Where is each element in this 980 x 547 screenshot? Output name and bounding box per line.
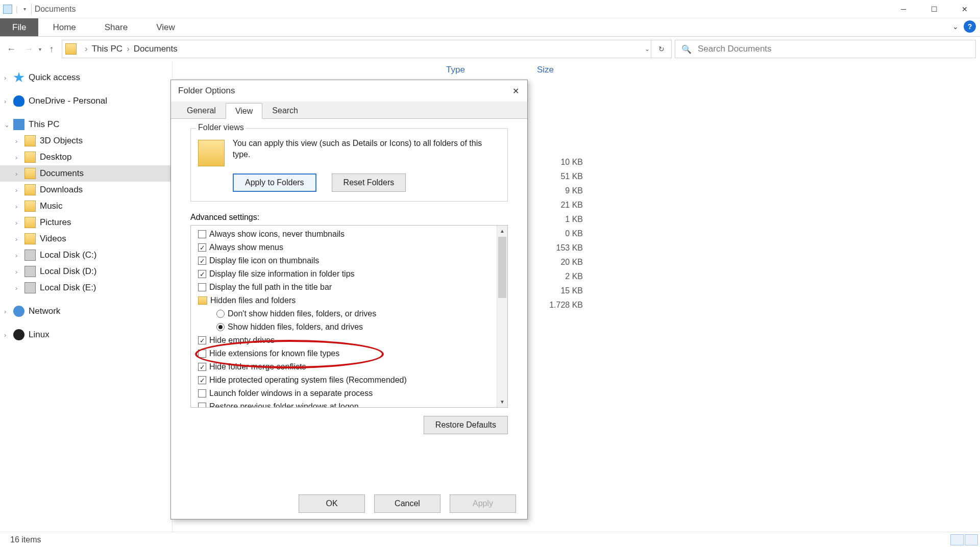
crumb-sep-icon[interactable]: › <box>122 44 134 54</box>
setting-radio[interactable]: Don't show hidden files, folders, or dri… <box>194 307 504 320</box>
address-dropdown-icon[interactable]: ⌄ <box>645 45 650 53</box>
nav-item-desktop[interactable]: ›Desktop <box>0 149 172 165</box>
advanced-settings-list[interactable]: Always show icons, never thumbnails✓Alwa… <box>190 225 508 408</box>
nav-item-documents[interactable]: ›Documents <box>0 165 172 182</box>
reset-folders-button[interactable]: Reset Folders <box>332 173 406 192</box>
setting-checkbox[interactable]: ✓Display file size information in folder… <box>194 267 504 281</box>
apply-to-folders-button[interactable]: Apply to Folders <box>233 173 316 192</box>
column-size[interactable]: Size <box>534 65 595 75</box>
forward-button[interactable]: → <box>21 42 36 56</box>
crumb-this-pc[interactable]: This PC <box>92 44 122 54</box>
checkbox-icon[interactable]: ✓ <box>198 336 206 344</box>
checkbox-icon[interactable]: ✓ <box>198 363 206 371</box>
recent-locations-icon[interactable]: ▾ <box>39 46 41 52</box>
address-bar[interactable]: › This PC › Documents ⌄ ↻ <box>62 40 672 58</box>
scroll-up-icon[interactable]: ▲ <box>497 226 507 236</box>
checkbox-icon[interactable]: ✓ <box>198 257 206 265</box>
nav-quick-access[interactable]: › Quick access <box>0 69 172 86</box>
file-tab[interactable]: File <box>0 18 38 36</box>
dialog-tab-view[interactable]: View <box>226 103 262 119</box>
app-icon[interactable] <box>3 5 12 14</box>
tab-share[interactable]: Share <box>90 18 142 36</box>
nav-this-pc[interactable]: ⌄ This PC <box>0 116 172 133</box>
maximize-button[interactable]: ☐ <box>919 0 949 18</box>
chevron-down-icon[interactable]: ⌄ <box>4 121 12 129</box>
nav-item-pictures[interactable]: ›Pictures <box>0 214 172 231</box>
checkbox-icon[interactable]: ✓ <box>198 243 206 252</box>
nav-linux[interactable]: › Linux <box>0 327 172 343</box>
apply-button[interactable]: Apply <box>450 494 516 513</box>
setting-checkbox[interactable]: Display the full path in the title bar <box>194 281 504 294</box>
scrollbar[interactable]: ▲ ▼ <box>497 226 507 407</box>
nav-item-music[interactable]: ›Music <box>0 198 172 214</box>
setting-checkbox[interactable]: ✓Hide protected operating system files (… <box>194 374 504 387</box>
chevron-right-icon[interactable]: › <box>15 170 23 178</box>
tab-home[interactable]: Home <box>38 18 90 36</box>
chevron-right-icon[interactable]: › <box>15 219 23 227</box>
restore-defaults-button[interactable]: Restore Defaults <box>424 416 508 434</box>
chevron-right-icon[interactable]: › <box>15 284 23 292</box>
dialog-tab-general[interactable]: General <box>177 103 226 118</box>
refresh-button[interactable]: ↻ <box>651 40 671 58</box>
chevron-right-icon[interactable]: › <box>4 74 12 82</box>
checkbox-icon[interactable]: ✓ <box>198 270 206 278</box>
chevron-right-icon[interactable]: › <box>15 268 23 276</box>
setting-checkbox[interactable]: ✓Hide empty drives <box>194 334 504 347</box>
search-box[interactable]: 🔍 Search Documents <box>675 40 976 58</box>
checkbox-icon[interactable] <box>198 389 206 397</box>
navigation-pane[interactable]: › Quick access › OneDrive - Personal ⌄ T… <box>0 61 173 532</box>
crumb-documents[interactable]: Documents <box>134 44 178 54</box>
checkbox-icon[interactable]: ✓ <box>198 376 206 384</box>
dialog-close-button[interactable]: ✕ <box>508 83 523 98</box>
setting-checkbox[interactable]: ✓Hide folder merge conflicts <box>194 360 504 374</box>
radio-icon[interactable] <box>216 310 225 318</box>
checkbox-icon[interactable] <box>198 283 206 291</box>
setting-checkbox[interactable]: Hide extensions for known file types <box>194 347 504 360</box>
dialog-tab-search[interactable]: Search <box>262 103 308 118</box>
checkbox-icon[interactable] <box>198 403 206 408</box>
nav-item-downloads[interactable]: ›Downloads <box>0 182 172 198</box>
close-button[interactable]: ✕ <box>949 0 980 18</box>
scroll-down-icon[interactable]: ▼ <box>497 396 507 407</box>
nav-item-local-disk-e-[interactable]: ›Local Disk (E:) <box>0 280 172 296</box>
ok-button[interactable]: OK <box>299 494 365 513</box>
nav-item-local-disk-c-[interactable]: ›Local Disk (C:) <box>0 247 172 263</box>
chevron-right-icon[interactable]: › <box>15 252 23 259</box>
nav-item-local-disk-d-[interactable]: ›Local Disk (D:) <box>0 263 172 280</box>
tab-view[interactable]: View <box>142 18 189 36</box>
chevron-right-icon[interactable]: › <box>15 186 23 194</box>
chevron-right-icon[interactable]: › <box>15 235 23 243</box>
help-button[interactable]: ? <box>964 20 976 33</box>
setting-checkbox[interactable]: ✓Always show menus <box>194 241 504 254</box>
chevron-right-icon[interactable]: › <box>15 137 23 145</box>
column-type[interactable]: Type <box>443 65 534 75</box>
details-view-button[interactable] <box>950 534 964 545</box>
chevron-right-icon[interactable]: › <box>15 154 23 161</box>
crumb-sep-icon[interactable]: › <box>81 44 92 54</box>
cancel-button[interactable]: Cancel <box>374 494 440 513</box>
chevron-right-icon[interactable]: › <box>4 308 12 315</box>
setting-checkbox[interactable]: Launch folder windows in a separate proc… <box>194 387 504 400</box>
chevron-right-icon[interactable]: › <box>4 331 12 339</box>
setting-checkbox[interactable]: Always show icons, never thumbnails <box>194 228 504 241</box>
nav-item-3d-objects[interactable]: ›3D Objects <box>0 133 172 149</box>
checkbox-icon[interactable] <box>198 230 206 238</box>
nav-onedrive[interactable]: › OneDrive - Personal <box>0 93 172 109</box>
qat-dropdown-icon[interactable]: ▾ <box>21 6 28 12</box>
checkbox-icon[interactable] <box>198 350 206 358</box>
scroll-thumb[interactable] <box>498 237 506 298</box>
ribbon-collapse-icon[interactable]: ⌄ <box>952 22 959 31</box>
radio-icon[interactable] <box>216 323 225 331</box>
nav-network[interactable]: › Network <box>0 303 172 319</box>
minimize-button[interactable]: ─ <box>888 0 919 18</box>
setting-checkbox[interactable]: Restore previous folder windows at logon <box>194 400 504 408</box>
large-icons-view-button[interactable] <box>965 534 978 545</box>
chevron-right-icon[interactable]: › <box>15 203 23 210</box>
nav-item-videos[interactable]: ›Videos <box>0 231 172 247</box>
setting-radio[interactable]: Show hidden files, folders, and drives <box>194 320 504 334</box>
up-button[interactable]: ↑ <box>44 42 59 56</box>
back-button[interactable]: ← <box>4 42 18 56</box>
cell-size: 2 KB <box>534 272 595 281</box>
setting-checkbox[interactable]: ✓Display file icon on thumbnails <box>194 254 504 267</box>
chevron-right-icon[interactable]: › <box>4 97 12 105</box>
